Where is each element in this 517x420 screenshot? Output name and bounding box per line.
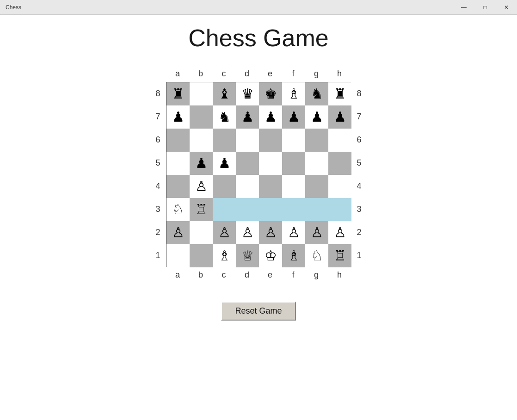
cell[interactable]: ♙ xyxy=(166,221,190,244)
piece: ♜ xyxy=(334,87,346,101)
cell[interactable]: ♚ xyxy=(259,82,282,105)
row-label: 3 xyxy=(351,198,367,221)
cell[interactable] xyxy=(190,221,213,244)
cell[interactable]: ♘ xyxy=(166,198,190,221)
cell[interactable] xyxy=(190,244,213,267)
cell[interactable]: ♟ xyxy=(305,105,328,129)
row-label: 2 xyxy=(351,221,367,244)
cell[interactable]: ♕ xyxy=(236,244,259,267)
cell[interactable]: ♖ xyxy=(328,244,351,267)
piece: ♝ xyxy=(218,87,231,101)
cell[interactable] xyxy=(166,175,190,198)
cell[interactable] xyxy=(166,152,190,175)
cell[interactable]: ♟ xyxy=(190,152,213,175)
row-labels-left: 87654321 xyxy=(150,82,166,267)
cell[interactable]: ♟ xyxy=(282,105,305,129)
cell[interactable] xyxy=(328,175,351,198)
col-label: f xyxy=(282,267,305,283)
cell[interactable] xyxy=(166,129,190,152)
minimize-button[interactable]: — xyxy=(453,0,474,15)
cell[interactable]: ♗ xyxy=(282,244,305,267)
cell[interactable] xyxy=(259,175,282,198)
board-container: abcdefgh 87654321 ♜♝♛♚♗♞♜♟♞♟♟♟♟♟♟♟♙♘♖♙♙♙… xyxy=(150,66,367,283)
cell[interactable]: ♟ xyxy=(328,105,351,129)
piece: ♞ xyxy=(311,87,323,101)
cell[interactable]: ♙ xyxy=(236,221,259,244)
cell[interactable] xyxy=(259,198,282,221)
piece: ♟ xyxy=(195,156,208,170)
cell[interactable]: ♜ xyxy=(328,82,351,105)
col-label: h xyxy=(328,66,351,82)
piece: ♔ xyxy=(265,249,277,263)
cell[interactable] xyxy=(236,129,259,152)
col-label: b xyxy=(189,66,212,82)
cell[interactable]: ♗ xyxy=(282,82,305,105)
cell[interactable]: ♙ xyxy=(190,175,213,198)
cell[interactable]: ♖ xyxy=(190,198,213,221)
cell[interactable] xyxy=(305,152,328,175)
cell[interactable]: ♟ xyxy=(213,152,236,175)
cell[interactable] xyxy=(282,152,305,175)
cell[interactable] xyxy=(236,198,259,221)
piece: ♘ xyxy=(172,203,185,216)
cell[interactable]: ♙ xyxy=(213,221,236,244)
cell[interactable] xyxy=(213,175,236,198)
cell[interactable]: ♙ xyxy=(259,221,282,244)
cell[interactable] xyxy=(328,152,351,175)
cell[interactable] xyxy=(305,198,328,221)
cell[interactable]: ♛ xyxy=(236,82,259,105)
row-label: 1 xyxy=(150,244,166,267)
cell[interactable]: ♙ xyxy=(282,221,305,244)
cell[interactable] xyxy=(282,198,305,221)
cell[interactable] xyxy=(166,244,190,267)
piece: ♟ xyxy=(172,110,185,124)
col-labels-bottom: abcdefgh xyxy=(166,267,351,283)
cell[interactable] xyxy=(328,198,351,221)
cell[interactable]: ♘ xyxy=(305,244,328,267)
cell[interactable]: ♔ xyxy=(259,244,282,267)
col-label: h xyxy=(328,267,351,283)
cell[interactable] xyxy=(190,105,213,129)
reset-button[interactable]: Reset Game xyxy=(221,302,295,321)
col-label: a xyxy=(166,267,189,283)
cell[interactable]: ♟ xyxy=(166,105,190,129)
chess-board[interactable]: ♜♝♛♚♗♞♜♟♞♟♟♟♟♟♟♟♙♘♖♙♙♙♙♙♙♙♗♕♔♗♘♖ xyxy=(166,82,351,267)
row-label: 5 xyxy=(351,151,367,174)
cell[interactable]: ♜ xyxy=(166,82,190,105)
col-label: e xyxy=(258,267,282,283)
cell[interactable] xyxy=(282,175,305,198)
piece: ♟ xyxy=(288,110,300,124)
cell[interactable] xyxy=(259,152,282,175)
piece: ♙ xyxy=(218,226,231,240)
row-label: 5 xyxy=(150,151,166,174)
cell[interactable]: ♞ xyxy=(305,82,328,105)
col-label: e xyxy=(258,66,282,82)
piece: ♟ xyxy=(265,110,277,124)
piece: ♟ xyxy=(311,110,323,124)
maximize-button[interactable]: □ xyxy=(474,0,496,15)
cell[interactable]: ♙ xyxy=(305,221,328,244)
row-label: 7 xyxy=(351,105,367,128)
cell[interactable] xyxy=(190,82,213,105)
cell[interactable]: ♗ xyxy=(213,244,236,267)
cell[interactable] xyxy=(259,129,282,152)
cell[interactable]: ♟ xyxy=(259,105,282,129)
cell[interactable] xyxy=(305,129,328,152)
cell[interactable] xyxy=(190,129,213,152)
cell[interactable] xyxy=(213,198,236,221)
col-label: a xyxy=(166,66,189,82)
cell[interactable]: ♙ xyxy=(328,221,351,244)
piece: ♛ xyxy=(241,87,254,101)
cell[interactable] xyxy=(328,129,351,152)
col-label: d xyxy=(235,267,258,283)
piece: ♙ xyxy=(172,226,185,240)
cell[interactable] xyxy=(305,175,328,198)
cell[interactable] xyxy=(213,129,236,152)
cell[interactable] xyxy=(236,175,259,198)
cell[interactable]: ♞ xyxy=(213,105,236,129)
cell[interactable]: ♟ xyxy=(236,105,259,129)
close-button[interactable]: ✕ xyxy=(496,0,517,15)
cell[interactable]: ♝ xyxy=(213,82,236,105)
cell[interactable] xyxy=(236,152,259,175)
cell[interactable] xyxy=(282,129,305,152)
